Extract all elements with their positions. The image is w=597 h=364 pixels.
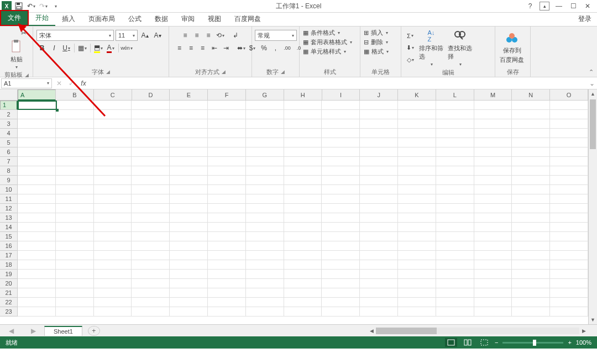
cell[interactable] [170, 157, 208, 166]
cell[interactable] [132, 279, 170, 288]
cell[interactable] [512, 185, 550, 194]
row-head[interactable]: 20 [0, 279, 18, 288]
cell[interactable] [170, 166, 208, 176]
redo-icon[interactable]: ↷▾ [38, 1, 49, 12]
cell[interactable] [246, 288, 284, 298]
cell[interactable] [170, 176, 208, 185]
cell[interactable] [56, 251, 94, 260]
cell[interactable] [360, 166, 398, 176]
cell[interactable] [132, 204, 170, 213]
cell[interactable] [398, 223, 436, 232]
row-head[interactable]: 9 [0, 176, 18, 185]
cell[interactable] [512, 166, 550, 176]
cell[interactable] [436, 138, 474, 147]
sort-filter-button[interactable]: A↓Z 排序和筛选▾ [418, 28, 444, 68]
cell[interactable] [94, 307, 132, 316]
indent-inc-icon[interactable]: ⇥ [221, 43, 231, 53]
cell[interactable] [246, 147, 284, 157]
cell[interactable] [18, 298, 56, 307]
cell[interactable] [398, 288, 436, 298]
cell[interactable] [56, 147, 94, 157]
italic-button[interactable]: I [49, 43, 59, 53]
cell[interactable] [474, 129, 512, 138]
hscroll-thumb[interactable] [376, 328, 437, 334]
cell[interactable] [322, 138, 360, 147]
cell[interactable] [550, 194, 588, 204]
cell[interactable] [94, 270, 132, 279]
cell[interactable] [474, 119, 512, 129]
cell[interactable] [474, 241, 512, 251]
cell[interactable] [398, 279, 436, 288]
col-head[interactable]: I [322, 89, 360, 101]
cell[interactable] [322, 298, 360, 307]
cell[interactable] [56, 307, 94, 316]
cell[interactable] [436, 176, 474, 185]
row-head[interactable]: 13 [0, 213, 18, 223]
cell[interactable] [512, 147, 550, 157]
paste-button[interactable]: 粘贴▾ [6, 39, 28, 71]
cell[interactable] [170, 298, 208, 307]
cell[interactable] [246, 241, 284, 251]
cell[interactable] [512, 260, 550, 270]
cell[interactable] [170, 147, 208, 157]
cell[interactable] [322, 119, 360, 129]
cell[interactable] [322, 223, 360, 232]
autosum-icon[interactable]: Σ▾ [405, 31, 415, 41]
cell[interactable] [550, 223, 588, 232]
cell[interactable] [284, 270, 322, 279]
cell[interactable] [94, 194, 132, 204]
find-select-button[interactable]: 查找和选择▾ [447, 28, 473, 68]
cell[interactable] [360, 307, 398, 316]
cell[interactable] [18, 185, 56, 194]
delete-cells-button[interactable]: ⊟删除▾ [364, 38, 388, 46]
cond-format-button[interactable]: ▦条件格式▾ [303, 29, 340, 37]
cell[interactable] [56, 279, 94, 288]
cell[interactable] [284, 288, 322, 298]
cell[interactable] [246, 307, 284, 316]
cell[interactable] [246, 185, 284, 194]
cell[interactable] [56, 101, 94, 110]
orientation-icon[interactable]: ⟲▾ [215, 30, 225, 40]
cell[interactable] [512, 298, 550, 307]
row-head[interactable]: 14 [0, 223, 18, 232]
col-head[interactable]: A [18, 89, 56, 101]
cell[interactable] [94, 166, 132, 176]
cell[interactable] [94, 298, 132, 307]
col-head[interactable]: F [208, 89, 246, 101]
cell[interactable] [208, 232, 246, 241]
cell[interactable] [436, 270, 474, 279]
maximize-icon[interactable]: ☐ [568, 2, 578, 10]
row-head[interactable]: 6 [0, 147, 18, 157]
cell[interactable] [436, 213, 474, 223]
cell[interactable] [284, 241, 322, 251]
row-head[interactable]: 5 [0, 138, 18, 147]
formula-input[interactable] [90, 78, 587, 88]
align-right-icon[interactable]: ≡ [198, 43, 208, 53]
row-head[interactable]: 7 [0, 157, 18, 166]
cell[interactable] [170, 138, 208, 147]
scroll-left-icon[interactable]: ◀ [367, 328, 376, 334]
cell[interactable] [284, 194, 322, 204]
cell[interactable] [246, 166, 284, 176]
cell[interactable] [170, 279, 208, 288]
row-head[interactable]: 19 [0, 270, 18, 279]
cell[interactable] [132, 101, 170, 110]
view-normal-icon[interactable] [445, 338, 457, 347]
vscroll-thumb[interactable] [590, 99, 596, 149]
cell[interactable] [170, 129, 208, 138]
cell[interactable] [512, 157, 550, 166]
cell[interactable] [18, 147, 56, 157]
clear-icon[interactable]: ◇▾ [405, 55, 415, 65]
col-head[interactable]: K [398, 89, 436, 101]
cell[interactable] [360, 204, 398, 213]
cell[interactable] [360, 185, 398, 194]
cell[interactable] [170, 194, 208, 204]
cell[interactable] [474, 176, 512, 185]
login-link[interactable]: 登录 [573, 12, 597, 26]
cell[interactable] [56, 157, 94, 166]
cell[interactable] [550, 241, 588, 251]
cell[interactable] [170, 260, 208, 270]
cell[interactable] [360, 110, 398, 119]
cell[interactable] [512, 279, 550, 288]
cell[interactable] [18, 232, 56, 241]
